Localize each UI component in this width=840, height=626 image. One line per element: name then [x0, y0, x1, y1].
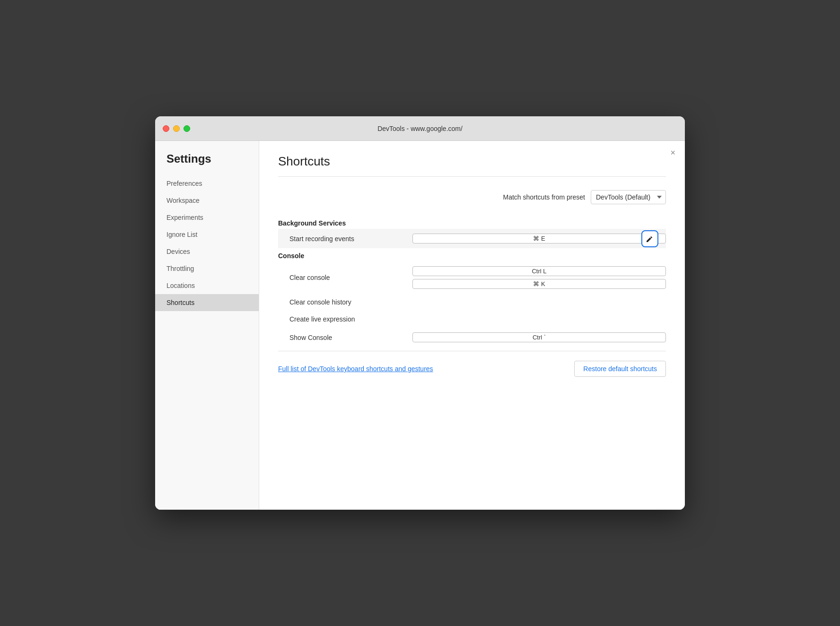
shortcut-name-clear-console-history: Clear console history	[289, 298, 412, 306]
preset-row: Match shortcuts from preset DevTools (De…	[278, 190, 666, 204]
key-badge-cmd-e: ⌘ E	[412, 234, 666, 243]
shortcut-name-start-recording: Start recording events	[289, 235, 412, 243]
edit-button-start-recording[interactable]	[641, 230, 658, 247]
preset-label: Match shortcuts from preset	[503, 193, 585, 201]
pencil-icon	[646, 235, 654, 243]
fullscreen-traffic-light[interactable]	[184, 125, 190, 132]
close-traffic-light[interactable]	[163, 125, 169, 132]
sidebar-item-experiments[interactable]: Experiments	[155, 209, 259, 226]
shortcut-keys-start-recording: ⌘ E	[412, 234, 666, 243]
sidebar-item-workspace[interactable]: Workspace	[155, 192, 259, 209]
section-title-background-services: Background Services	[278, 219, 666, 227]
close-button[interactable]: ×	[670, 148, 675, 157]
window-title: DevTools - www.google.com/	[377, 125, 463, 132]
sidebar-item-ignore-list[interactable]: Ignore List	[155, 226, 259, 243]
key-badge-cmd-k: ⌘ K	[412, 279, 666, 289]
minimize-traffic-light[interactable]	[173, 125, 180, 132]
sidebar-item-locations[interactable]: Locations	[155, 277, 259, 294]
shortcut-row-clear-console: Clear console Ctrl L ⌘ K	[278, 261, 666, 294]
devtools-window: DevTools - www.google.com/ Settings Pref…	[155, 116, 685, 510]
full-list-link[interactable]: Full list of DevTools keyboard shortcuts…	[278, 365, 433, 373]
sidebar-item-throttling[interactable]: Throttling	[155, 260, 259, 277]
shortcut-row-start-recording: Start recording events ⌘ E	[278, 229, 666, 248]
titlebar: DevTools - www.google.com/	[155, 116, 685, 141]
footer-row: Full list of DevTools keyboard shortcuts…	[278, 361, 666, 381]
restore-defaults-button[interactable]: Restore default shortcuts	[574, 361, 666, 377]
window-body: Settings Preferences Workspace Experimen…	[155, 141, 685, 510]
shortcut-name-create-live-expression: Create live expression	[289, 315, 412, 323]
section-background-services: Background Services Start recording even…	[278, 219, 666, 248]
title-divider	[278, 176, 666, 177]
sidebar: Settings Preferences Workspace Experimen…	[155, 141, 259, 510]
preset-select[interactable]: DevTools (Default) Visual Studio Code	[591, 190, 666, 204]
sidebar-item-devices[interactable]: Devices	[155, 243, 259, 260]
key-badge-ctrl-backtick: Ctrl `	[412, 332, 666, 342]
page-title: Shortcuts	[278, 154, 666, 169]
bottom-divider	[278, 351, 666, 351]
key-badge-ctrl-l: Ctrl L	[412, 266, 666, 276]
main-content: × Shortcuts Match shortcuts from preset …	[259, 141, 685, 510]
shortcut-row-clear-console-history: Clear console history	[278, 294, 666, 311]
shortcut-keys-clear-console: Ctrl L ⌘ K	[412, 266, 666, 289]
shortcut-name-clear-console: Clear console	[289, 274, 412, 281]
shortcut-row-create-live-expression: Create live expression	[278, 311, 666, 328]
traffic-lights	[163, 125, 190, 132]
sidebar-heading: Settings	[155, 152, 259, 175]
shortcut-row-show-console: Show Console Ctrl `	[278, 328, 666, 347]
sidebar-item-preferences[interactable]: Preferences	[155, 175, 259, 192]
shortcut-keys-show-console: Ctrl `	[412, 332, 666, 342]
sidebar-item-shortcuts[interactable]: Shortcuts	[155, 294, 259, 311]
shortcut-name-show-console: Show Console	[289, 334, 412, 341]
section-console: Console Clear console Ctrl L ⌘ K Clear c…	[278, 252, 666, 347]
section-title-console: Console	[278, 252, 666, 260]
